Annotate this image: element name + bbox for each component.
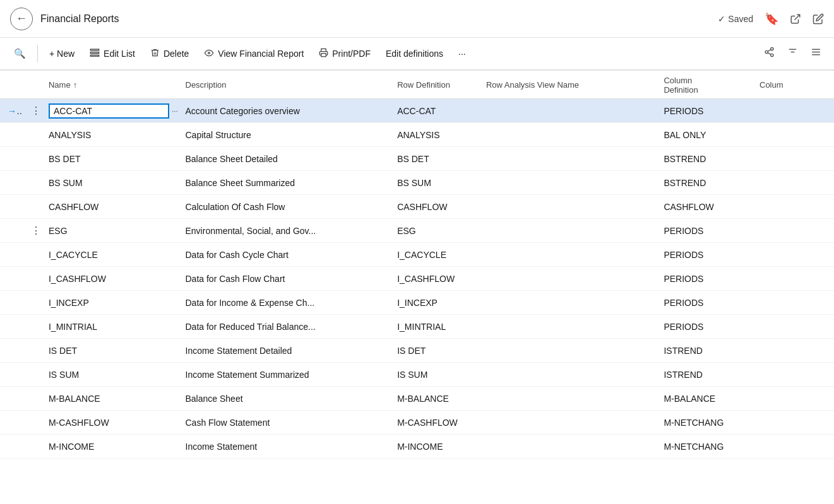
row-coldef-cell: PERIODS xyxy=(656,315,752,339)
delete-icon xyxy=(150,48,160,59)
delete-button[interactable]: Delete xyxy=(144,44,195,63)
name-edit-container: ··· ⋮ xyxy=(49,103,170,119)
toolbar: 🔍 + New Edit List Delete View Financial … xyxy=(0,38,834,71)
row-colname-cell xyxy=(752,291,834,315)
share-external-button[interactable] xyxy=(790,13,801,25)
row-analysis-cell xyxy=(479,171,657,195)
row-name-cell: I_INCEXP xyxy=(41,291,178,315)
svg-rect-2 xyxy=(90,52,98,53)
row-description-cell: Data for Income & Expense Ch... xyxy=(178,291,390,315)
th-description: Description xyxy=(178,71,390,99)
table-row[interactable]: CASHFLOWCalculation Of Cash FlowCASHFLOW… xyxy=(0,195,834,219)
new-button[interactable]: + New xyxy=(43,45,81,62)
table-row[interactable]: IS SUMIncome Statement SummarizedIS SUMI… xyxy=(0,363,834,387)
row-menu-cell xyxy=(22,243,41,267)
list-view-button[interactable] xyxy=(806,43,826,64)
table-row[interactable]: ⋮ESGEnvironmental, Social, and Gov...ESG… xyxy=(0,219,834,243)
table-row[interactable]: ANALYSISCapital StructureANALYSISBAL ONL… xyxy=(0,123,834,147)
svg-line-0 xyxy=(795,15,800,20)
table-row[interactable]: M-INCOMEIncome StatementM-INCOMEM-NETCHA… xyxy=(0,435,834,459)
new-label: + New xyxy=(49,49,74,59)
table-row[interactable]: I_MINTRIALData for Reduced Trial Balance… xyxy=(0,315,834,339)
col-rowanalysis-label: Row Analysis View Name xyxy=(486,80,579,90)
row-rowdef-cell: ACC-CAT xyxy=(390,99,479,123)
name-edit-input[interactable] xyxy=(49,103,169,119)
row-analysis-cell xyxy=(479,195,657,219)
edit-list-label: Edit List xyxy=(104,49,135,59)
row-colname-cell xyxy=(752,99,834,123)
row-colname-cell xyxy=(752,315,834,339)
name-more-button[interactable]: ··· xyxy=(172,107,178,115)
row-rowdef-cell: IS SUM xyxy=(390,363,479,387)
table-row[interactable]: BS SUMBalance Sheet SummarizedBS SUMBSTR… xyxy=(0,171,834,195)
bookmark-button[interactable]: 🔖 xyxy=(765,12,778,26)
row-name-cell: I_CASHFLOW xyxy=(41,267,178,291)
row-arrow-icon: → xyxy=(8,106,22,116)
row-arrow-cell xyxy=(0,123,22,147)
row-coldef-cell: PERIODS xyxy=(656,267,752,291)
row-arrow-cell xyxy=(0,147,22,171)
edit-button[interactable] xyxy=(813,13,824,25)
edit-defs-button[interactable]: Edit definitions xyxy=(379,45,450,62)
row-description-cell: Capital Structure xyxy=(178,123,390,147)
col-coldef-label-2: Definition xyxy=(664,85,698,95)
row-rowdef-cell: IS DET xyxy=(390,339,479,363)
row-name-cell: M-CASHFLOW xyxy=(41,411,178,435)
table-row[interactable]: →⋮ ··· ⋮ Account Categories overviewACC-… xyxy=(0,99,834,123)
back-button[interactable]: ← xyxy=(10,8,33,30)
table-row[interactable]: I_INCEXPData for Income & Expense Ch...I… xyxy=(0,291,834,315)
row-menu-button[interactable]: ⋮ xyxy=(30,225,41,236)
row-analysis-cell xyxy=(479,363,657,387)
table-row[interactable]: I_CACYCLEData for Cash Cycle ChartI_CACY… xyxy=(0,243,834,267)
more-button[interactable]: ··· xyxy=(452,45,472,62)
row-colname-cell xyxy=(752,123,834,147)
row-name-cell: BS SUM xyxy=(41,171,178,195)
row-colname-cell xyxy=(752,363,834,387)
row-coldef-cell: BAL ONLY xyxy=(656,123,752,147)
row-rowdef-cell: BS DET xyxy=(390,147,479,171)
row-arrow-cell xyxy=(0,411,22,435)
row-name-cell: ESG xyxy=(41,219,178,243)
row-menu-button[interactable]: ⋮ xyxy=(30,105,41,116)
row-menu-cell xyxy=(22,435,41,459)
th-col-name: Colum xyxy=(752,71,834,99)
financial-reports-table: Name ↑ Description Row Definition Row An… xyxy=(0,71,834,459)
share-button[interactable] xyxy=(759,43,780,64)
search-button[interactable]: 🔍 xyxy=(8,44,32,63)
th-arrow xyxy=(0,71,22,99)
table-row[interactable]: M-CASHFLOWCash Flow StatementM-CASHFLOWM… xyxy=(0,411,834,435)
row-coldef-cell: ISTREND xyxy=(656,339,752,363)
filter-button[interactable] xyxy=(782,43,803,64)
row-menu-cell xyxy=(22,387,41,411)
view-report-button[interactable]: View Financial Report xyxy=(198,44,310,64)
table-row[interactable]: M-BALANCEBalance SheetM-BALANCEM-BALANCE xyxy=(0,387,834,411)
row-name-cell[interactable]: ··· ⋮ xyxy=(41,99,178,123)
row-colname-cell xyxy=(752,387,834,411)
row-colname-cell xyxy=(752,411,834,435)
table-body: →⋮ ··· ⋮ Account Categories overviewACC-… xyxy=(0,99,834,459)
col-name-label: Name xyxy=(49,80,71,90)
row-rowdef-cell: I_CACYCLE xyxy=(390,243,479,267)
row-colname-cell xyxy=(752,243,834,267)
row-menu-cell xyxy=(22,363,41,387)
edit-list-button[interactable]: Edit List xyxy=(83,44,141,64)
row-arrow-cell xyxy=(0,387,22,411)
svg-rect-3 xyxy=(90,55,98,56)
row-name-cell: ANALYSIS xyxy=(41,123,178,147)
more-icon: ··· xyxy=(458,49,466,59)
table-row[interactable]: BS DETBalance Sheet DetailedBS DETBSTREN… xyxy=(0,147,834,171)
row-menu-cell xyxy=(22,171,41,195)
row-menu-cell xyxy=(22,123,41,147)
table-row[interactable]: IS DETIncome Statement DetailedIS DETIST… xyxy=(0,339,834,363)
table-row[interactable]: I_CASHFLOWData for Cash Flow ChartI_CASH… xyxy=(0,267,834,291)
row-menu-cell xyxy=(22,195,41,219)
print-button[interactable]: Print/PDF xyxy=(313,44,377,63)
row-rowdef-cell: M-BALANCE xyxy=(390,387,479,411)
row-description-cell: Cash Flow Statement xyxy=(178,411,390,435)
edit-list-icon xyxy=(90,48,100,60)
search-icon: 🔍 xyxy=(14,48,26,59)
row-arrow-cell xyxy=(0,195,22,219)
toolbar-right xyxy=(759,43,826,64)
saved-indicator: ✓ Saved xyxy=(718,14,753,24)
col-colname-label: Colum xyxy=(760,80,783,90)
